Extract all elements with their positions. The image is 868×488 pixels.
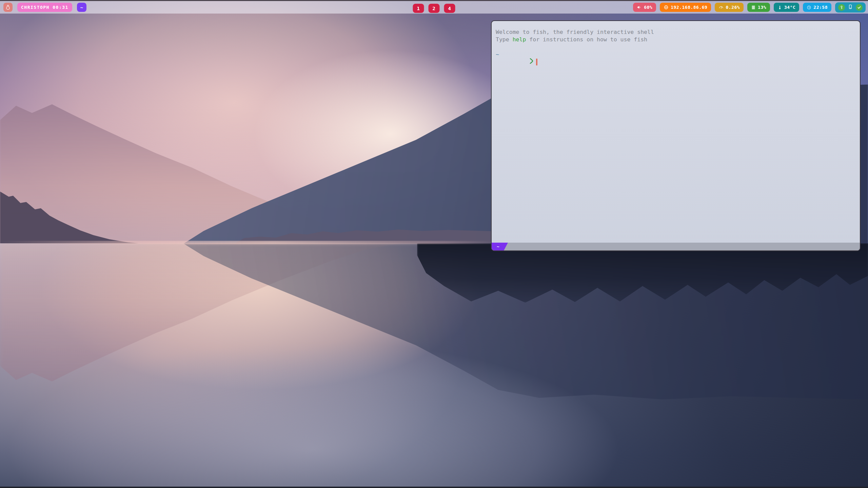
memory-widget[interactable]: 13%	[747, 3, 770, 12]
help-line-suffix: for instructions on how to use fish	[526, 36, 647, 43]
globe-icon	[664, 5, 669, 10]
memory-value: 13%	[758, 5, 766, 10]
terminal-tab-home[interactable]: ~	[492, 243, 508, 250]
workspace-label: 4	[448, 6, 451, 11]
volume-widget[interactable]: 60%	[633, 3, 656, 12]
prompt-line[interactable]	[496, 58, 856, 66]
workspace-button-4[interactable]: 4	[444, 4, 455, 13]
speaker-icon	[637, 5, 642, 10]
clock-widget[interactable]: 22:58	[803, 3, 831, 12]
wallpaper-mist	[0, 312, 746, 488]
volume-value: 60%	[644, 5, 652, 10]
terminal-tab-bar: ~	[492, 243, 860, 250]
launcher-button[interactable]	[3, 3, 13, 12]
temperature-value: 34°C	[784, 5, 795, 10]
thermometer-icon	[777, 5, 782, 10]
screen-top-edge	[0, 0, 868, 1]
terminal-welcome-line: Welcome to fish, the friendly interactiv…	[496, 28, 856, 36]
status-bar-left: CHRISTOPH 00:31 ~	[3, 3, 86, 12]
phone-icon[interactable]	[848, 4, 853, 11]
cpu-widget[interactable]: 0.26%	[715, 3, 744, 12]
terminal-window[interactable]: Welcome to fish, the friendly interactiv…	[491, 20, 861, 251]
workspace-switcher: 1 2 4	[413, 2, 455, 15]
workspace-button-1[interactable]: 1	[413, 4, 424, 13]
status-bar-right: 60% 192.168.86.69 0.26% 13%	[633, 2, 866, 13]
workspace-label: 2	[433, 6, 436, 11]
terminal-help-line: Type help for instructions on how to use…	[496, 36, 856, 43]
shell-tag-text: ~	[80, 5, 83, 10]
prompt-chevron-icon	[496, 50, 533, 74]
terminal-output[interactable]: Welcome to fish, the friendly interactiv…	[492, 21, 860, 243]
help-keyword: help	[513, 36, 526, 43]
network-widget[interactable]: 192.168.86.69	[660, 3, 711, 12]
temperature-widget[interactable]: 34°C	[774, 3, 799, 12]
session-label-text: CHRISTOPH 00:31	[21, 5, 68, 10]
desktop: CHRISTOPH 00:31 ~ 1 2 4 60%	[0, 0, 868, 488]
workspace-label: 1	[417, 6, 420, 11]
system-tray	[835, 2, 866, 13]
workspace-button-2[interactable]: 2	[429, 4, 440, 13]
terminal-blank-line	[496, 43, 856, 51]
key-icon[interactable]	[838, 4, 845, 11]
network-value: 192.168.86.69	[671, 5, 707, 10]
gauge-icon	[718, 5, 724, 10]
clock-value: 22:58	[813, 5, 828, 10]
screen-bottom-edge	[0, 487, 868, 488]
database-icon	[751, 5, 756, 10]
clock-icon	[807, 5, 811, 10]
status-bar: CHRISTOPH 00:31 ~ 1 2 4 60%	[0, 0, 868, 14]
prompt-path: ~	[496, 51, 856, 58]
session-label: CHRISTOPH 00:31	[17, 3, 72, 12]
wallpaper-waterline-glow	[0, 241, 495, 244]
check-icon[interactable]	[856, 4, 863, 11]
shell-tag-button[interactable]: ~	[77, 3, 86, 12]
wallpaper-lake	[0, 243, 868, 488]
tux-penguin-icon	[5, 4, 11, 10]
terminal-tab-label: ~	[497, 244, 499, 249]
cpu-value: 0.26%	[726, 5, 740, 10]
terminal-cursor	[536, 59, 537, 65]
help-line-prefix: Type	[496, 36, 513, 43]
